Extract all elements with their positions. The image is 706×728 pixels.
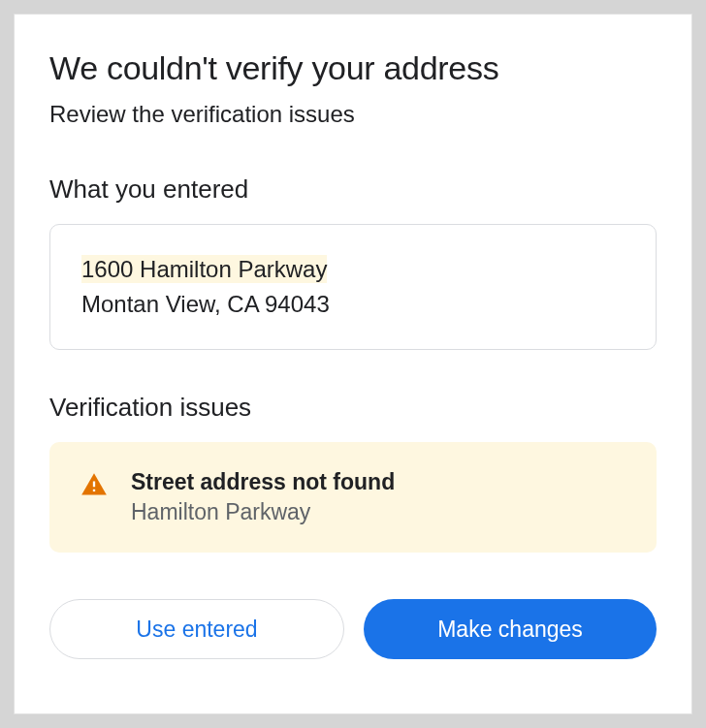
warning-icon bbox=[80, 471, 108, 498]
issues-heading: Verification issues bbox=[49, 393, 657, 423]
dialog-subtitle: Review the verification issues bbox=[49, 101, 657, 128]
entered-heading: What you entered bbox=[49, 174, 657, 205]
entered-address-box: 1600 Hamilton Parkway Montan View, CA 94… bbox=[49, 224, 657, 350]
address-line-1: 1600 Hamilton Parkway bbox=[81, 252, 625, 287]
address-verification-dialog: We couldn't verify your address Review t… bbox=[14, 14, 692, 714]
use-entered-button[interactable]: Use entered bbox=[49, 599, 344, 659]
issue-detail: Hamilton Parkway bbox=[131, 499, 626, 525]
button-row: Use entered Make changes bbox=[49, 599, 657, 659]
make-changes-button[interactable]: Make changes bbox=[364, 599, 657, 659]
issue-title: Street address not found bbox=[131, 469, 626, 495]
address-line-2: Montan View, CA 94043 bbox=[81, 287, 625, 322]
address-highlight: 1600 Hamilton Parkway bbox=[81, 255, 327, 283]
issue-box: Street address not found Hamilton Parkwa… bbox=[49, 442, 657, 553]
dialog-title: We couldn't verify your address bbox=[49, 49, 657, 87]
issue-content: Street address not found Hamilton Parkwa… bbox=[131, 469, 626, 525]
